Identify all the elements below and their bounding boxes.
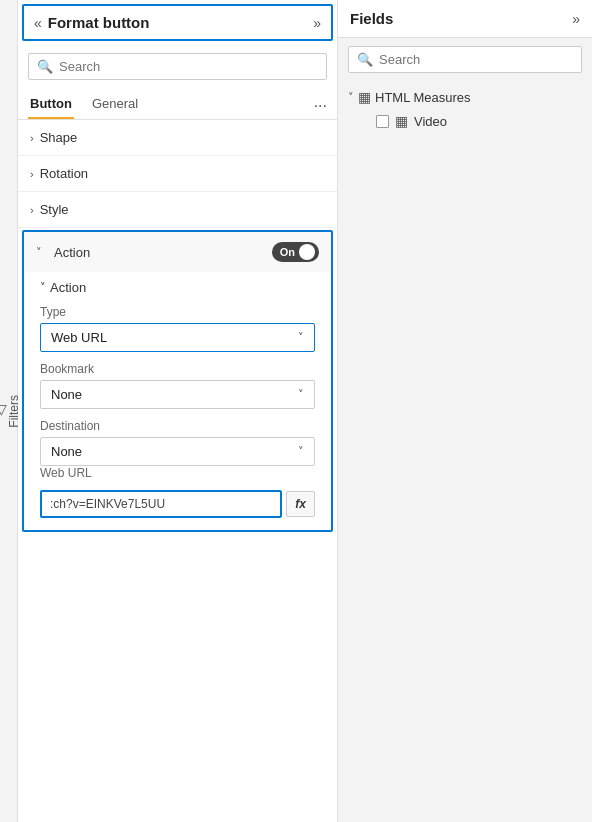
rotation-label: Rotation bbox=[40, 166, 88, 181]
destination-dropdown-value: None bbox=[51, 444, 82, 459]
web-url-input[interactable]: :ch?v=EINKVe7L5UU bbox=[40, 490, 282, 518]
expand-right-icon[interactable]: » bbox=[313, 15, 321, 31]
fx-button[interactable]: fx bbox=[286, 491, 315, 517]
section-rotation[interactable]: › Rotation bbox=[18, 156, 337, 192]
rotation-chevron-icon: › bbox=[30, 168, 34, 180]
right-search-input[interactable] bbox=[379, 52, 573, 67]
bookmark-field-label: Bookmark bbox=[40, 362, 315, 376]
search-icon: 🔍 bbox=[37, 59, 53, 74]
right-panel-title: Fields bbox=[350, 10, 393, 27]
tree-child-video[interactable]: ▦ Video bbox=[348, 109, 582, 133]
destination-dropdown-chevron-icon: ˅ bbox=[298, 445, 304, 458]
table-icon: ▦ bbox=[358, 89, 371, 105]
bookmark-dropdown[interactable]: None ˅ bbox=[40, 380, 315, 409]
toggle-label: On bbox=[280, 246, 295, 258]
tab-button[interactable]: Button bbox=[28, 88, 74, 119]
video-label: Video bbox=[414, 114, 447, 129]
web-url-row: :ch?v=EINKVe7L5UU fx bbox=[40, 490, 315, 518]
action-header-left: ˅ Action bbox=[36, 245, 90, 260]
action-toggle[interactable]: On bbox=[272, 242, 319, 262]
toggle-circle bbox=[299, 244, 315, 260]
destination-dropdown[interactable]: None ˅ bbox=[40, 437, 315, 466]
web-url-field-label: Web URL bbox=[40, 466, 315, 480]
action-expand-chevron-icon: ˅ bbox=[36, 246, 42, 259]
tabs-bar: Button General ... bbox=[18, 88, 337, 120]
filters-label: Filters bbox=[7, 395, 21, 428]
right-search-icon: 🔍 bbox=[357, 52, 373, 67]
type-dropdown-value: Web URL bbox=[51, 330, 107, 345]
tree-root-item[interactable]: ˅ ▦ HTML Measures bbox=[348, 85, 582, 109]
action-sub-label: Action bbox=[50, 280, 86, 295]
type-field-label: Type bbox=[40, 305, 315, 319]
action-header[interactable]: ˅ Action On bbox=[24, 232, 331, 272]
action-header-label: Action bbox=[54, 245, 90, 260]
left-search-input[interactable] bbox=[59, 59, 318, 74]
fields-tree: ˅ ▦ HTML Measures ▦ Video bbox=[338, 81, 592, 137]
video-icon: ▦ bbox=[395, 113, 408, 129]
tree-root-chevron-icon: ˅ bbox=[348, 91, 354, 104]
sub-chevron-icon: ˅ bbox=[40, 281, 46, 294]
panel-title: Format button bbox=[48, 14, 150, 31]
collapse-left-icon[interactable]: « bbox=[34, 15, 42, 31]
right-panel-header: Fields » bbox=[338, 0, 592, 38]
shape-chevron-icon: › bbox=[30, 132, 34, 144]
right-panel-expand-icon[interactable]: » bbox=[572, 11, 580, 27]
action-section: ˅ Action On ˅ Action Type Web URL bbox=[22, 230, 333, 532]
style-chevron-icon: › bbox=[30, 204, 34, 216]
destination-field-label: Destination bbox=[40, 419, 315, 433]
tree-root-label: HTML Measures bbox=[375, 90, 471, 105]
tab-more-button[interactable]: ... bbox=[314, 93, 327, 115]
left-panel: « Format button » 🔍 Button General ... ›… bbox=[18, 0, 338, 822]
filter-icon: ▽ bbox=[0, 401, 7, 417]
shape-label: Shape bbox=[40, 130, 78, 145]
tab-general[interactable]: General bbox=[90, 88, 140, 119]
type-dropdown-chevron-icon: ˅ bbox=[298, 331, 304, 344]
bookmark-dropdown-chevron-icon: ˅ bbox=[298, 388, 304, 401]
section-style[interactable]: › Style bbox=[18, 192, 337, 228]
type-dropdown[interactable]: Web URL ˅ bbox=[40, 323, 315, 352]
action-sub-header: ˅ Action bbox=[40, 280, 315, 295]
right-search-box[interactable]: 🔍 bbox=[348, 46, 582, 73]
style-label: Style bbox=[40, 202, 69, 217]
section-shape[interactable]: › Shape bbox=[18, 120, 337, 156]
filters-sidebar: ▽ Filters bbox=[0, 0, 18, 822]
right-panel: Fields » 🔍 ˅ ▦ HTML Measures ▦ Video bbox=[338, 0, 592, 822]
sections-list: › Shape › Rotation › Style ˅ Action On bbox=[18, 120, 337, 822]
bookmark-dropdown-value: None bbox=[51, 387, 82, 402]
panel-header-left: « Format button bbox=[34, 14, 149, 31]
panel-header: « Format button » bbox=[22, 4, 333, 41]
action-content: ˅ Action Type Web URL ˅ Bookmark None ˅ … bbox=[24, 272, 331, 530]
video-checkbox[interactable] bbox=[376, 115, 389, 128]
left-search-box[interactable]: 🔍 bbox=[28, 53, 327, 80]
